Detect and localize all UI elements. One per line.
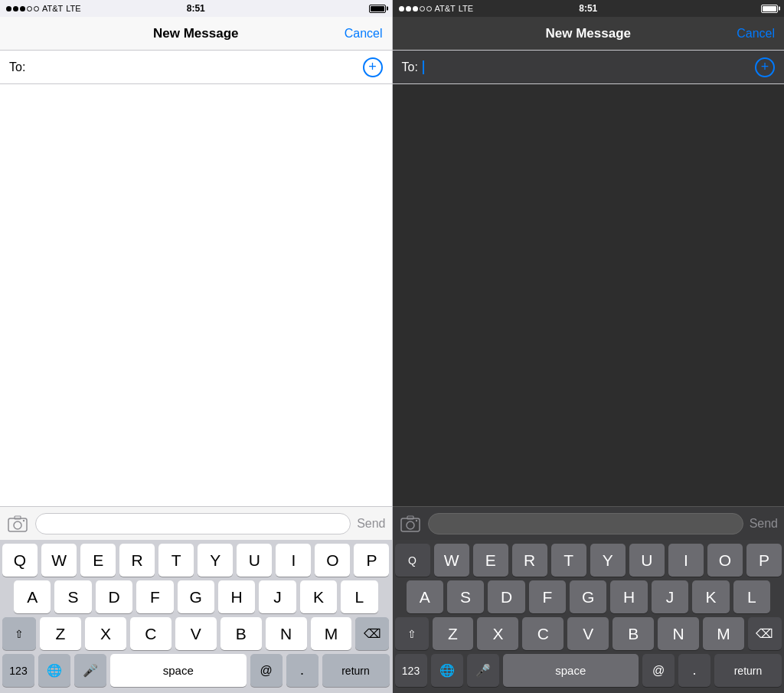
space-key-left[interactable]: space <box>110 654 247 687</box>
key-i[interactable]: I <box>276 544 311 577</box>
key-u[interactable]: U <box>237 544 272 577</box>
key-row-3-left: ⇧ Z X C V B N M ⌫ <box>0 613 392 650</box>
key-x-dark[interactable]: X <box>477 617 518 650</box>
key-d-dark[interactable]: D <box>488 580 524 613</box>
to-field-right[interactable]: To: + <box>393 51 785 84</box>
key-g-dark[interactable]: G <box>570 580 606 613</box>
rdot5 <box>426 6 432 11</box>
key-f-dark[interactable]: F <box>529 580 566 613</box>
message-input-right[interactable] <box>428 513 743 534</box>
numbers-key-left[interactable]: 123 <box>2 654 34 687</box>
key-p[interactable]: P <box>354 544 389 577</box>
rdot1 <box>399 6 404 11</box>
key-d[interactable]: D <box>96 580 132 613</box>
key-row-2-left: A S D F G H J K L <box>0 577 392 613</box>
globe-key-right[interactable]: 🌐 <box>431 654 463 687</box>
key-z[interactable]: Z <box>40 617 81 650</box>
key-w[interactable]: W <box>41 544 77 577</box>
key-b[interactable]: B <box>220 617 262 650</box>
key-m-dark[interactable]: M <box>703 617 744 650</box>
key-n-dark[interactable]: N <box>658 617 699 650</box>
return-key-right[interactable]: return <box>714 654 782 687</box>
key-t-dark[interactable]: T <box>551 544 586 577</box>
key-u-dark[interactable]: U <box>629 544 665 577</box>
key-e[interactable]: E <box>80 544 116 577</box>
key-k[interactable]: K <box>300 580 337 613</box>
key-z-dark[interactable]: Z <box>433 617 474 650</box>
key-r[interactable]: R <box>119 544 155 577</box>
key-c-dark[interactable]: C <box>522 617 564 650</box>
key-w-dark[interactable]: W <box>434 544 469 577</box>
numbers-key-right[interactable]: 123 <box>395 654 427 687</box>
key-a[interactable]: A <box>14 580 51 613</box>
dot2 <box>13 6 18 11</box>
delete-key-right[interactable]: ⌫ <box>748 617 782 650</box>
carrier-right: AT&T <box>435 4 456 13</box>
camera-icon-left[interactable] <box>6 512 29 535</box>
at-key-left[interactable]: @ <box>250 654 283 687</box>
key-o[interactable]: O <box>315 544 350 577</box>
key-g[interactable]: G <box>178 580 214 613</box>
camera-icon-right[interactable] <box>399 512 422 535</box>
key-a-dark[interactable]: A <box>407 580 443 613</box>
key-l-dark[interactable]: L <box>733 580 770 613</box>
key-k-dark[interactable]: K <box>692 580 729 613</box>
globe-key-left[interactable]: 🌐 <box>38 654 70 687</box>
signal-dots-right <box>399 6 432 11</box>
key-j[interactable]: J <box>259 580 296 613</box>
status-right-right <box>652 5 778 13</box>
send-button-left[interactable]: Send <box>357 517 385 531</box>
mic-key-left[interactable]: 🎤 <box>74 654 106 687</box>
key-q-dark[interactable]: Q <box>395 544 430 577</box>
key-row-4-right: 123 🌐 🎤 space @ . return <box>393 650 785 693</box>
key-m[interactable]: M <box>311 617 352 650</box>
period-key-right[interactable]: . <box>678 654 710 687</box>
keyboard-right: Q W E R T Y U I O P A S D F G H J K L ⇧ … <box>393 540 785 693</box>
key-x[interactable]: X <box>85 617 126 650</box>
mic-key-right[interactable]: 🎤 <box>467 654 499 687</box>
key-e-dark[interactable]: E <box>473 544 508 577</box>
status-right-left <box>259 5 385 13</box>
key-h[interactable]: H <box>218 580 255 613</box>
key-o-dark[interactable]: O <box>707 544 743 577</box>
key-n[interactable]: N <box>266 617 307 650</box>
add-recipient-button-left[interactable]: + <box>363 57 383 77</box>
key-r-dark[interactable]: R <box>512 544 547 577</box>
key-t[interactable]: T <box>158 544 194 577</box>
key-y-dark[interactable]: Y <box>590 544 626 577</box>
delete-key-left[interactable]: ⌫ <box>355 617 389 650</box>
dot1 <box>6 6 11 11</box>
nav-bar-left: New Message Cancel <box>0 17 392 51</box>
key-f[interactable]: F <box>136 580 173 613</box>
key-l[interactable]: L <box>341 580 377 613</box>
key-h-dark[interactable]: H <box>610 580 647 613</box>
key-s-dark[interactable]: S <box>447 580 484 613</box>
message-input-left[interactable] <box>35 513 351 534</box>
rdot4 <box>420 6 425 11</box>
key-y[interactable]: Y <box>198 544 233 577</box>
space-key-right[interactable]: space <box>503 654 639 687</box>
shift-key-right[interactable]: ⇧ <box>395 617 429 650</box>
key-s[interactable]: S <box>54 580 91 613</box>
period-key-left[interactable]: . <box>286 654 318 687</box>
key-c[interactable]: C <box>130 617 172 650</box>
cancel-button-right[interactable]: Cancel <box>737 27 775 41</box>
key-row-4-left: 123 🌐 🎤 space @ . return <box>0 650 392 693</box>
send-button-right[interactable]: Send <box>750 517 778 531</box>
key-p-dark[interactable]: P <box>746 544 782 577</box>
key-q[interactable]: Q <box>2 544 38 577</box>
battery-left <box>369 5 386 13</box>
to-field-left[interactable]: To: + <box>0 51 392 84</box>
at-key-right[interactable]: @ <box>642 654 675 687</box>
return-key-left[interactable]: return <box>322 654 390 687</box>
key-v[interactable]: V <box>175 617 217 650</box>
key-j-dark[interactable]: J <box>652 580 688 613</box>
network-right: LTE <box>459 4 473 13</box>
rdot2 <box>406 6 411 11</box>
key-v-dark[interactable]: V <box>567 617 609 650</box>
add-recipient-button-right[interactable]: + <box>755 57 775 77</box>
key-i-dark[interactable]: I <box>668 544 704 577</box>
key-b-dark[interactable]: B <box>612 617 654 650</box>
cancel-button-left[interactable]: Cancel <box>345 27 383 41</box>
shift-key-left[interactable]: ⇧ <box>2 617 36 650</box>
